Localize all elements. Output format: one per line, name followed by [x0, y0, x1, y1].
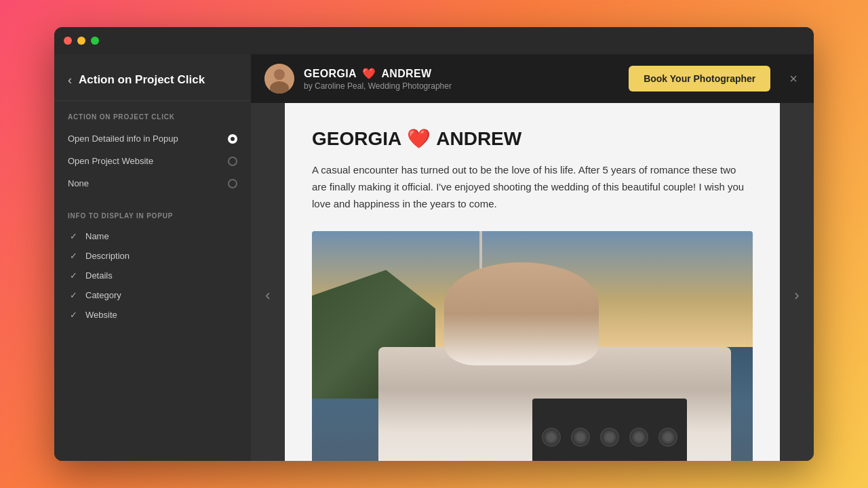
project-title-heart-icon: ❤️	[407, 127, 431, 150]
window-body: ‹ Action on Project Click Action on Proj…	[54, 54, 814, 461]
name-part1: GEORGIA	[304, 68, 356, 79]
option-label-none: None	[68, 178, 89, 188]
gauge-5	[658, 428, 677, 447]
radio-website[interactable]	[228, 157, 237, 166]
check-label-name: Name	[85, 231, 109, 241]
option-label-popup: Open Detailed info in Popup	[68, 134, 178, 144]
check-icon-description: ✓	[68, 251, 79, 261]
boat-instruments-panel	[532, 399, 687, 461]
name-part2: ANDREW	[381, 68, 431, 79]
avatar-image	[264, 64, 294, 94]
check-label-category: Category	[85, 290, 121, 300]
option-open-website[interactable]: Open Project Website	[54, 150, 251, 172]
check-label-details: Details	[85, 270, 113, 281]
project-title-part2: ANDREW	[436, 128, 521, 150]
project-description: A casual encounter has turned out to be …	[312, 162, 753, 212]
modal-content-area: ‹ GEORGIA ❤️ ANDREW A casual encounter h…	[251, 103, 814, 461]
checklist-description[interactable]: ✓ Description	[54, 246, 251, 266]
radio-popup[interactable]	[228, 134, 237, 144]
left-panel: ‹ Action on Project Click Action on Proj…	[54, 54, 251, 461]
gauge-1	[542, 428, 561, 447]
boat-scene	[312, 231, 753, 461]
prev-arrow-button[interactable]: ‹	[251, 103, 285, 461]
project-title: GEORGIA ❤️ ANDREW	[312, 127, 753, 150]
panel-header: ‹ Action on Project Click	[54, 68, 251, 101]
option-open-popup[interactable]: Open Detailed info in Popup	[54, 127, 251, 150]
action-section-label: Action on Project Click	[54, 101, 251, 127]
couple-silhouette	[444, 262, 599, 365]
option-none[interactable]: None	[54, 172, 251, 195]
check-label-description: Description	[85, 251, 130, 261]
book-photographer-button[interactable]: Book Your Photographer	[629, 66, 770, 92]
next-arrow-button[interactable]: ›	[780, 103, 814, 461]
panel-title: Action on Project Click	[79, 73, 205, 87]
checklist-category[interactable]: ✓ Category	[54, 285, 251, 305]
radio-none[interactable]	[228, 179, 237, 188]
window-chrome	[54, 27, 814, 54]
check-icon-name: ✓	[68, 231, 79, 241]
checklist-details[interactable]: ✓ Details	[54, 266, 251, 285]
photographer-avatar	[264, 64, 294, 94]
check-icon-details: ✓	[68, 270, 79, 281]
check-icon-category: ✓	[68, 290, 79, 300]
project-title-part1: GEORGIA	[312, 128, 401, 150]
modal-header: GEORGIA ❤️ ANDREW by Caroline Peal, Wedd…	[251, 54, 814, 103]
close-window-button[interactable]	[64, 37, 72, 45]
gauge-4	[629, 428, 648, 447]
main-window: ‹ Action on Project Click Action on Proj…	[54, 27, 814, 461]
photographer-info: GEORGIA ❤️ ANDREW by Caroline Peal, Wedd…	[304, 67, 619, 91]
info-section-label: Info to Display in Popup	[54, 200, 251, 226]
minimize-window-button[interactable]	[77, 37, 85, 45]
modal-content: GEORGIA ❤️ ANDREW A casual encounter has…	[285, 103, 780, 461]
photographer-subtitle: by Caroline Peal, Wedding Photographer	[304, 81, 619, 91]
svg-point-1	[274, 69, 285, 80]
project-image	[312, 231, 753, 461]
back-button[interactable]: ‹	[68, 74, 72, 86]
maximize-window-button[interactable]	[91, 37, 99, 45]
check-icon-website: ✓	[68, 310, 79, 320]
checklist-name[interactable]: ✓ Name	[54, 226, 251, 246]
gauge-2	[571, 428, 590, 447]
checklist-website[interactable]: ✓ Website	[54, 305, 251, 325]
close-modal-button[interactable]: ×	[787, 69, 800, 88]
heart-icon: ❤️	[362, 68, 376, 79]
option-label-website: Open Project Website	[68, 156, 153, 166]
right-panel: GEORGIA ❤️ ANDREW by Caroline Peal, Wedd…	[251, 54, 814, 461]
traffic-lights	[64, 37, 99, 45]
gauge-3	[600, 428, 619, 447]
photographer-name: GEORGIA ❤️ ANDREW	[304, 67, 619, 80]
check-label-website: Website	[85, 310, 117, 320]
